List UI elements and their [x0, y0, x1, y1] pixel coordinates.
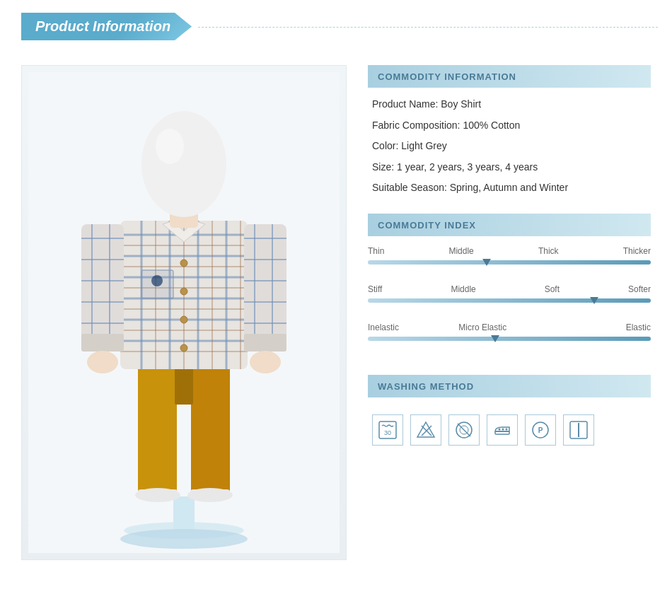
softness-bar	[368, 298, 651, 313]
header-banner: Product Information	[21, 13, 192, 40]
washing-method-section: WASHING METHOD 30	[368, 375, 651, 453]
svg-rect-2	[173, 496, 195, 532]
svg-point-58	[151, 275, 163, 286]
fabric-item: Fabric Composition: 100% Cotton	[368, 119, 651, 133]
stiff-label: Stiff	[368, 284, 382, 294]
middle-label-1: Middle	[448, 246, 473, 256]
svg-rect-10	[190, 489, 230, 498]
svg-point-56	[250, 351, 281, 373]
soft-label: Soft	[545, 284, 560, 294]
line-dry-icon	[563, 414, 594, 446]
middle-label-2: Middle	[451, 284, 475, 294]
header: Product Information	[0, 0, 672, 40]
elasticity-index-row: Inelastic Micro Elastic Elastic	[368, 322, 651, 351]
product-image-svg	[28, 72, 340, 553]
svg-point-35	[180, 316, 187, 323]
svg-point-71	[499, 428, 501, 430]
svg-rect-5	[191, 362, 230, 493]
product-image-placeholder	[22, 66, 346, 559]
svg-point-33	[180, 260, 187, 267]
machine-wash-icon: 30	[372, 414, 403, 446]
softness-index-row: Stiff Middle Soft Softer	[368, 284, 651, 313]
no-tumble-dry-icon	[448, 414, 480, 446]
inelastic-label: Inelastic	[368, 322, 399, 332]
thickness-marker	[482, 259, 491, 266]
thicker-label: Thicker	[623, 246, 651, 256]
commodity-info-header: COMMODITY INFORMATION	[368, 65, 651, 88]
svg-point-73	[506, 428, 508, 430]
product-name-item: Product Name: Boy Shirt	[368, 98, 651, 112]
thin-label: Thin	[368, 246, 384, 256]
commodity-index-header: COMMODITY INDEX	[368, 214, 651, 236]
elasticity-labels: Inelastic Micro Elastic Elastic	[368, 322, 651, 332]
commodity-info-section: COMMODITY INFORMATION Product Name: Boy …	[368, 65, 651, 202]
header-title: Product Information	[35, 18, 170, 34]
svg-text:P: P	[538, 426, 543, 434]
elasticity-marker	[491, 335, 499, 342]
thickness-bar-bg	[368, 260, 651, 265]
softer-label: Softer	[628, 284, 651, 294]
commodity-index-title: COMMODITY INDEX	[378, 220, 476, 231]
svg-point-36	[180, 344, 187, 351]
size-item: Size: 1 year, 2 years, 3 years, 4 years	[368, 161, 651, 175]
svg-point-3	[120, 529, 248, 549]
header-dotted-line	[198, 27, 658, 28]
svg-point-61	[156, 129, 184, 164]
right-panel: COMMODITY INFORMATION Product Name: Boy …	[368, 65, 651, 560]
washing-method-title: WASHING METHOD	[378, 381, 474, 392]
svg-point-60	[141, 111, 226, 217]
season-item: Suitable Season: Spring, Autumn and Wint…	[368, 181, 651, 195]
no-bleach-icon	[410, 414, 441, 446]
washing-method-header: WASHING METHOD	[368, 375, 651, 397]
softness-bar-bg	[368, 298, 651, 303]
svg-point-34	[180, 288, 187, 295]
dry-clean-icon: P	[525, 414, 556, 446]
commodity-index-section: COMMODITY INDEX Thin Middle Thick Thicke…	[368, 214, 651, 358]
elasticity-bar-bg	[368, 337, 651, 341]
main-content: COMMODITY INFORMATION Product Name: Boy …	[0, 51, 672, 567]
elasticity-bar	[368, 337, 651, 351]
svg-rect-47	[244, 224, 286, 351]
elastic-label: Elastic	[626, 322, 651, 332]
svg-point-46	[87, 351, 118, 373]
commodity-info-title: COMMODITY INFORMATION	[378, 71, 516, 82]
softness-marker	[590, 297, 598, 304]
thickness-bar	[368, 260, 651, 274]
svg-rect-55	[244, 334, 286, 351]
softness-labels: Stiff Middle Soft Softer	[368, 284, 651, 294]
svg-rect-4	[138, 362, 177, 493]
micro-elastic-label: Micro Elastic	[458, 322, 506, 332]
svg-text:30: 30	[384, 429, 391, 436]
svg-rect-45	[81, 334, 124, 351]
product-image-container	[21, 65, 347, 560]
thickness-labels: Thin Middle Thick Thicker	[368, 246, 651, 256]
svg-rect-37	[81, 224, 124, 351]
washing-icons-container: 30	[368, 407, 651, 453]
svg-point-72	[502, 428, 504, 430]
svg-rect-70	[495, 431, 509, 434]
thick-label: Thick	[538, 246, 559, 256]
iron-icon	[487, 414, 518, 446]
svg-rect-8	[138, 489, 178, 498]
color-item: Color: Light Grey	[368, 139, 651, 153]
thickness-index-row: Thin Middle Thick Thicker	[368, 246, 651, 274]
